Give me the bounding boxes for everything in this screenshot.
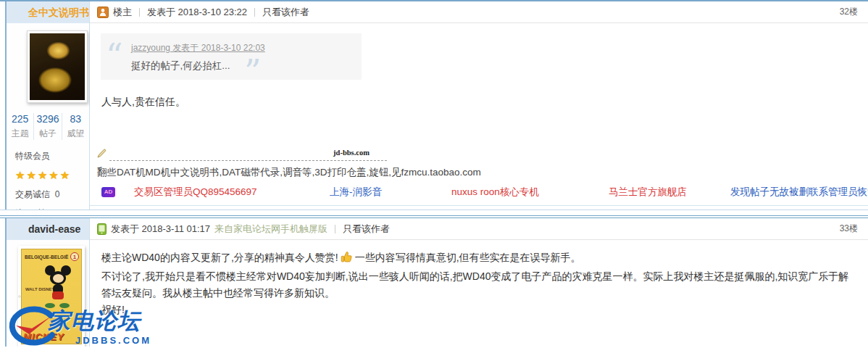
separator — [335, 225, 335, 233]
signature-watermark: jd-bbs.com — [333, 149, 370, 157]
member-stars: ★★★★★ — [15, 169, 89, 182]
only-author-link[interactable]: 只看该作者 — [343, 218, 390, 239]
post-32-author-sidebar: 全中文说明书 225 主题 3296 帖子 83 威望 特级会员 — [5, 1, 90, 210]
site-watermark-logo: 家电论坛 JDBBS.COM — [6, 306, 151, 348]
footer-right-actions: 评分 管理 — [799, 209, 858, 210]
separator — [254, 8, 255, 17]
thread-starter-icon — [97, 7, 109, 18]
post-32-main: 楼主 发表于 2018-3-10 23:22 只看该作者 32楼 “ ” jaz… — [90, 1, 868, 210]
open-quote-icon: “ — [106, 39, 123, 72]
stamp-country-text: BELGIQUE-BELGIË — [25, 254, 68, 260]
signature-dash-line: jd-bbs.com — [109, 154, 387, 161]
post-33-body: 楼主论WD40的内容又更新了,分享的精神真令人赞赏!一些内容写得情真意切,但有些… — [90, 240, 868, 318]
edit-pencil-icon — [147, 210, 157, 210]
edit-button-label: 编辑 — [161, 209, 180, 210]
signature-pencil-icon — [97, 148, 107, 161]
thumbs-up-icon — [341, 251, 353, 268]
ad-links-row: AD 交易区管理员QQ895456697 上海-润影音 nuxus roon核心… — [90, 186, 868, 200]
author-username[interactable]: david-ease — [7, 218, 89, 240]
stat-posts-label: 帖子 — [34, 128, 61, 140]
forum-thread-page: 全中文说明书 225 主题 3296 帖子 83 威望 特级会员 — [0, 0, 868, 348]
rate-button[interactable]: 评分 — [799, 209, 818, 210]
author-stats: 225 主题 3296 帖子 83 威望 — [7, 113, 89, 140]
post-33-paragraph-1: 楼主论WD40的内容又更新了,分享的精神真令人赞赏!一些内容写得情真意切,但有些… — [101, 249, 854, 268]
quote-source-link[interactable]: jazzyoung 发表于 2018-3-10 22:03 — [131, 43, 265, 53]
ad-badge-icon: AD — [101, 187, 115, 197]
author-username[interactable]: 全中文说明书 — [7, 1, 89, 23]
thread-starter-badge-label: 楼主 — [113, 1, 132, 22]
ad-link-trade-admin[interactable]: 交易区管理员QQ895456697 — [134, 186, 257, 199]
stat-threads-value[interactable]: 225 — [7, 113, 33, 125]
post-32-header: 楼主 发表于 2018-3-10 23:22 只看该作者 32楼 — [90, 1, 868, 23]
manage-button[interactable]: 管理 — [839, 209, 858, 210]
floor-number[interactable]: 33楼 — [840, 218, 858, 239]
edit-button[interactable]: 编辑 — [147, 209, 180, 210]
post-33-paragraph-2: 不讨论了,我开始只是看不惯楼主经常对WD40妄加判断,说出一些骇人听闻的话,把W… — [101, 268, 854, 302]
author-avatar[interactable] — [27, 30, 88, 103]
ad-link-shanghai-audio[interactable]: 上海-润影音 — [330, 186, 382, 199]
paragraph-1-text-a: 楼主论WD40的内容又更新了,分享的精神真令人赞赏! — [101, 252, 338, 263]
quoted-message: “ ” jazzyoung 发表于 2018-3-10 22:03 挺好的帖子,… — [101, 33, 362, 80]
stat-threads-label: 主题 — [7, 128, 33, 140]
ad-link-marantz-store[interactable]: 马兰士官方旗舰店 — [609, 186, 687, 199]
trade-credit-value: 0 — [55, 189, 60, 199]
ad-link-restore-post[interactable]: 发现帖子无故被删联系管理员恢复 — [730, 186, 868, 199]
post-gap — [0, 210, 868, 215]
mobile-phone-icon — [97, 223, 107, 235]
paragraph-1-text-b: 一些内容写得情真意切,但有些实在是在误导新手。 — [355, 252, 581, 263]
post-33-main: 发表于 2018-3-11 01:17 来自家电论坛网手机触屏版 只看该作者 3… — [90, 218, 868, 347]
stat-posts: 3296 帖子 — [34, 113, 62, 140]
post-time: 发表于 2018-3-11 01:17 — [111, 218, 210, 239]
gold-ingots-avatar-image — [30, 33, 85, 100]
reply-button-label: 回复 — [112, 209, 131, 210]
stat-prestige-label: 威望 — [62, 128, 89, 140]
separator — [139, 8, 140, 17]
trade-credit-label: 交易诚信 — [15, 189, 50, 199]
reply-bubble-icon — [97, 210, 109, 210]
stat-threads: 225 主题 — [7, 113, 34, 140]
post-33-header: 发表于 2018-3-11 01:17 来自家电论坛网手机触屏版 只看该作者 3… — [90, 218, 868, 240]
signature-text: 翻些DAT机MD机中文说明书,DAT磁带代录,调音等,3D打印仓盖,旋钮,见fz… — [97, 166, 856, 179]
post-32-body: 人与人,贵在信任。 — [101, 96, 856, 109]
site-brand-chinese: 家电论坛 — [48, 306, 151, 336]
site-logo-text: 家电论坛 JDBBS.COM — [48, 306, 151, 346]
post-time: 发表于 2018-3-10 23:22 — [147, 1, 247, 22]
author-details: 特级会员 ★★★★★ 交易诚信 0 注册时间 2011-12-4 — [7, 140, 89, 210]
post-32-footer: 回复 编辑 评分 管理 — [90, 206, 868, 210]
only-author-link[interactable]: 只看该作者 — [262, 1, 309, 22]
close-quote-icon: ” — [244, 55, 262, 88]
ad-link-nuxus-roon[interactable]: nuxus roon核心专机 — [451, 186, 539, 199]
reply-button[interactable]: 回复 — [97, 209, 131, 210]
floor-number[interactable]: 32楼 — [840, 1, 858, 22]
stamp-value-text: 1 — [70, 252, 79, 261]
signature-divider: jd-bbs.com — [97, 151, 387, 161]
trade-credit: 交易诚信 0 — [15, 188, 89, 201]
member-level: 特级会员 — [15, 150, 89, 162]
quote-text: 挺好的帖子,何必抬杠... — [131, 59, 353, 72]
site-brand-domain: JDBBS.COM — [75, 335, 151, 346]
post-33-paragraph-3: 祝好! — [101, 302, 854, 318]
stat-prestige-value[interactable]: 83 — [62, 113, 89, 125]
stat-prestige: 83 威望 — [62, 113, 89, 140]
post-32: 全中文说明书 225 主题 3296 帖子 83 威望 特级会员 — [0, 1, 868, 210]
stat-posts-value[interactable]: 3296 — [34, 113, 61, 125]
post-device-source[interactable]: 来自家电论坛网手机触屏版 — [214, 218, 327, 239]
